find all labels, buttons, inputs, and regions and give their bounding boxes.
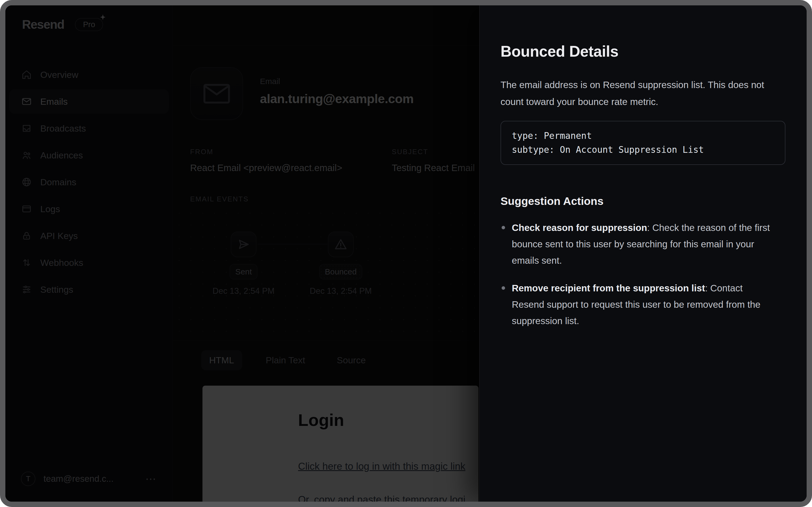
modal-dim-overlay[interactable] xyxy=(5,5,479,502)
bounced-details-drawer: Bounced Details The email address is on … xyxy=(479,5,807,502)
suggestion-actions-title: Suggestion Actions xyxy=(501,195,785,208)
suggestion-list: Check reason for suppression: Check the … xyxy=(501,219,785,329)
bullet-dot-icon xyxy=(502,286,505,290)
bullet-dot-icon xyxy=(502,226,505,229)
list-item: Check reason for suppression: Check the … xyxy=(501,219,774,269)
drawer-title: Bounced Details xyxy=(501,43,785,60)
suggestion-bold-text: Remove recipient from the suppression li… xyxy=(512,283,705,293)
suggestion-bold-text: Check reason for suppression xyxy=(512,222,647,233)
app-window: Resend Pro Overview Emails Broadcasts Au… xyxy=(0,0,812,507)
bounce-subtype-line: subtype: On Account Suppression List xyxy=(512,145,704,155)
drawer-description: The email address is on Resend suppressi… xyxy=(501,76,769,110)
list-item: Remove recipient from the suppression li… xyxy=(501,280,774,329)
bounce-code-block: type: Permanent subtype: On Account Supp… xyxy=(501,121,786,165)
bounce-type-line: type: Permanent xyxy=(512,130,592,141)
